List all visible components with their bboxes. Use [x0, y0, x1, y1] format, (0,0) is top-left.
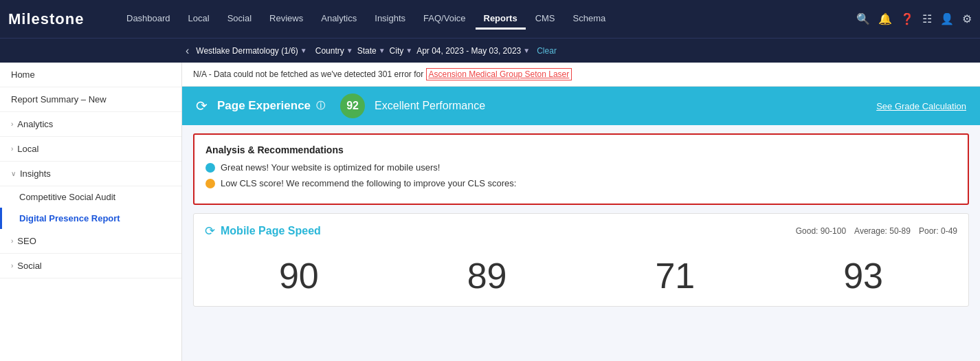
- sidebar-report-summary-label: Report Summary – New: [11, 94, 107, 105]
- score-2: 89: [467, 255, 507, 296]
- location-label: Westlake Dermatology (1/6): [196, 46, 298, 56]
- search-icon[interactable]: 🔍: [856, 12, 870, 25]
- logo[interactable]: Milestone: [8, 10, 118, 28]
- nav-analytics[interactable]: Analytics: [313, 9, 365, 30]
- mps-legend: Good: 90-100 Average: 50-89 Poor: 0-49: [796, 226, 957, 236]
- main-layout: Home Report Summary – New › Analytics › …: [0, 63, 980, 361]
- clear-filter-button[interactable]: Clear: [537, 46, 557, 56]
- sidebar-insights-label: Insights: [20, 168, 51, 179]
- sidebar-item-report-summary[interactable]: Report Summary – New: [0, 87, 181, 112]
- user-icon[interactable]: 👤: [940, 12, 954, 25]
- grade-calculation-link[interactable]: See Grade Calculation: [876, 101, 966, 111]
- analytics-chevron: ›: [11, 120, 13, 128]
- analysis-item-1: Great news! Your website is optimized fo…: [205, 162, 957, 173]
- sidebar-item-seo[interactable]: › SEO: [0, 229, 181, 254]
- page-experience-score: 92: [340, 94, 365, 118]
- help-icon[interactable]: ❓: [900, 12, 914, 25]
- mps-icon: ⟳: [205, 223, 215, 239]
- sidebar-social-label: Social: [17, 261, 41, 271]
- analysis-recommendations-box: Analysis & Recommendations Great news! Y…: [193, 133, 969, 205]
- sidebar-item-social[interactable]: › Social: [0, 254, 181, 278]
- apps-icon[interactable]: ☷: [922, 12, 932, 25]
- mobile-page-speed-section: ⟳ Mobile Page Speed Good: 90-100 Average…: [193, 213, 969, 307]
- country-arrow: ▼: [346, 47, 353, 54]
- mps-header: ⟳ Mobile Page Speed Good: 90-100 Average…: [205, 223, 957, 239]
- nav-links: Dashboard Local Social Reviews Analytics…: [118, 9, 856, 30]
- nav-reviews[interactable]: Reviews: [261, 9, 311, 30]
- date-range-arrow: ▼: [523, 47, 530, 54]
- bullet-blue-1: [205, 163, 215, 173]
- city-label: City: [390, 46, 404, 56]
- sidebar-item-insights[interactable]: ∨ Insights: [0, 162, 181, 186]
- bullet-orange-1: [205, 179, 215, 188]
- score-1: 90: [279, 255, 319, 296]
- nav-insights[interactable]: Insights: [366, 9, 414, 30]
- top-navigation: Milestone Dashboard Local Social Reviews…: [0, 0, 980, 38]
- mps-title: Mobile Page Speed: [221, 225, 321, 237]
- legend-good: Good: 90-100: [796, 226, 846, 236]
- state-label: State: [357, 46, 377, 56]
- insights-chevron: ∨: [11, 170, 16, 177]
- page-experience-title: Page Experience ⓘ: [217, 99, 325, 113]
- country-filter[interactable]: Country ▼: [315, 46, 353, 56]
- sidebar: Home Report Summary – New › Analytics › …: [0, 63, 182, 361]
- nav-faq-voice[interactable]: FAQ/Voice: [415, 9, 474, 30]
- score-3: 71: [655, 255, 695, 296]
- page-experience-icon: ⟳: [196, 98, 208, 114]
- main-content: N/A - Data could not be fetched as we've…: [182, 63, 980, 361]
- date-range-filter[interactable]: Apr 04, 2023 - May 03, 2023 ▼: [416, 46, 530, 56]
- nav-social[interactable]: Social: [219, 9, 260, 30]
- legend-average: Average: 50-89: [854, 226, 911, 236]
- sidebar-home-label: Home: [11, 69, 35, 80]
- excellent-performance-label: Excellent Performance: [375, 100, 485, 112]
- city-arrow: ▼: [405, 47, 412, 54]
- sidebar-item-analytics[interactable]: › Analytics: [0, 112, 181, 137]
- country-label: Country: [315, 46, 344, 56]
- seo-chevron: ›: [11, 237, 13, 245]
- error-bar: N/A - Data could not be fetched as we've…: [182, 63, 980, 87]
- local-chevron: ›: [11, 145, 13, 153]
- nav-local[interactable]: Local: [180, 9, 218, 30]
- mps-title-row: ⟳ Mobile Page Speed: [205, 223, 321, 239]
- digital-presence-label: Digital Presence Report: [19, 213, 120, 223]
- analysis-text-2: Low CLS score! We recommend the followin…: [221, 178, 516, 188]
- logo-text: Milestone: [8, 10, 84, 28]
- competitive-social-label: Competitive Social Audit: [19, 192, 115, 202]
- analysis-title: Analysis & Recommendations: [205, 144, 957, 155]
- nav-dashboard[interactable]: Dashboard: [118, 9, 179, 30]
- error-text: N/A - Data could not be fetched as we've…: [193, 69, 423, 79]
- page-experience-banner: ⟳ Page Experience ⓘ 92 Excellent Perform…: [182, 87, 980, 125]
- settings-icon[interactable]: ⚙: [962, 12, 972, 25]
- analysis-item-2: Low CLS score! We recommend the followin…: [205, 178, 957, 188]
- location-arrow: ▼: [300, 47, 307, 54]
- notification-icon[interactable]: 🔔: [878, 12, 892, 25]
- scores-row: 90 89 71 93: [205, 247, 957, 296]
- nav-cms[interactable]: CMS: [527, 9, 564, 30]
- city-filter[interactable]: City ▼: [390, 46, 413, 56]
- social-chevron: ›: [11, 262, 13, 270]
- sidebar-item-home[interactable]: Home: [0, 63, 181, 87]
- nav-schema[interactable]: Schema: [565, 9, 614, 30]
- nav-icons: 🔍 🔔 ❓ ☷ 👤 ⚙: [856, 12, 972, 25]
- page-experience-info-icon: ⓘ: [316, 100, 325, 112]
- analysis-text-1: Great news! Your website is optimized fo…: [221, 162, 440, 173]
- nav-reports[interactable]: Reports: [476, 9, 526, 30]
- error-link[interactable]: Ascension Medical Group Seton Laser: [426, 68, 572, 80]
- back-button[interactable]: ‹: [186, 45, 189, 57]
- state-arrow: ▼: [379, 47, 386, 54]
- location-filter[interactable]: Westlake Dermatology (1/6) ▼: [196, 46, 307, 56]
- date-range-label: Apr 04, 2023 - May 03, 2023: [416, 46, 521, 56]
- sidebar-analytics-label: Analytics: [17, 119, 53, 129]
- sidebar-local-label: Local: [17, 144, 38, 154]
- legend-poor: Poor: 0-49: [919, 226, 957, 236]
- state-filter[interactable]: State ▼: [357, 46, 386, 56]
- sidebar-item-local[interactable]: › Local: [0, 137, 181, 162]
- sidebar-item-digital-presence[interactable]: Digital Presence Report: [0, 208, 181, 229]
- filter-bar: ‹ Westlake Dermatology (1/6) ▼ Country ▼…: [0, 38, 980, 63]
- score-4: 93: [843, 255, 883, 296]
- sidebar-item-competitive-social[interactable]: Competitive Social Audit: [0, 186, 181, 208]
- sidebar-seo-label: SEO: [17, 236, 36, 246]
